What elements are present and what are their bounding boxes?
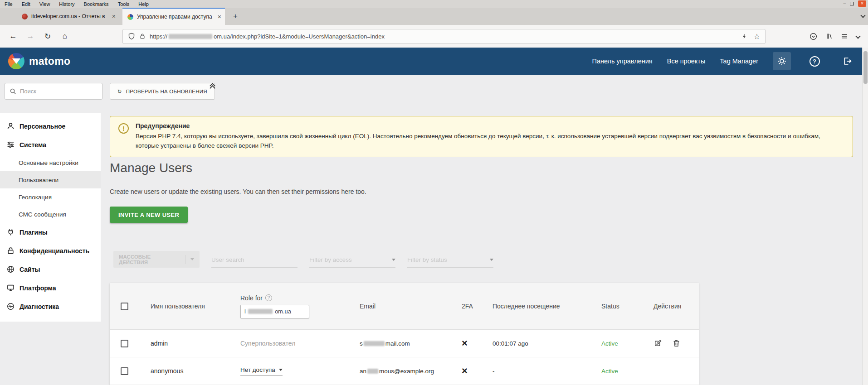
toolbar-overflow-chevron-icon[interactable] [855, 34, 860, 38]
tab-close-icon[interactable]: × [218, 14, 221, 20]
menu-history[interactable]: History [59, 1, 74, 7]
minimize-button[interactable]: – [843, 0, 846, 7]
sidebar-item-system[interactable]: Система [0, 135, 101, 154]
column-header-2fa: 2FA [449, 283, 480, 329]
menu-view[interactable]: View [39, 1, 50, 7]
filter-by-status-select[interactable]: Filter by status [407, 256, 493, 268]
page-scrollbar[interactable] [862, 48, 868, 385]
role-select[interactable]: Нет доступа [240, 366, 283, 375]
close-window-button[interactable]: × [858, 0, 866, 7]
invite-new-user-button[interactable]: INVITE A NEW USER [110, 207, 188, 223]
php-eol-warning: ! Предупреждение Версия PHP 7.4, которую… [110, 116, 853, 157]
menu-tools[interactable]: Tools [118, 1, 130, 7]
brand-name: matomo [29, 55, 70, 67]
column-header-last-seen: Последнее посещение [480, 283, 589, 329]
tracking-shield-icon[interactable] [128, 33, 135, 40]
sidebar-item-websites[interactable]: Сайты [0, 260, 101, 279]
browser-tabbar: itdeveloper.com.ua - Отчеты в × Управлен… [0, 8, 868, 25]
admin-search[interactable] [5, 83, 102, 100]
row-checkbox[interactable] [121, 367, 128, 375]
sidebar-item-geolocation[interactable]: Геолокация [0, 188, 101, 206]
maximize-button[interactable] [850, 2, 854, 5]
tab-users-manager[interactable]: Управление правами доступа × [122, 8, 225, 25]
lock-icon[interactable] [139, 33, 146, 39]
page-subtitle: Create new users or update the existing … [110, 188, 366, 195]
sidebar-item-diagnostics[interactable]: Диагностика [0, 297, 101, 316]
sidebar-item-users[interactable]: Пользователи [0, 171, 101, 188]
filter-by-access-select[interactable]: Filter by access [309, 256, 395, 268]
sidebar-item-label: Персональное [20, 123, 65, 130]
hamburger-menu-icon[interactable] [841, 33, 848, 40]
matomo-logo[interactable]: matomo [8, 53, 70, 69]
last-seen: - [480, 368, 589, 375]
users-table: Имя пользователя Role for ? i om.ua Emai… [110, 283, 699, 385]
globe-icon [7, 265, 15, 273]
delete-user-icon[interactable] [673, 339, 680, 347]
logout-button[interactable] [838, 52, 856, 70]
user-email: s mail.com [347, 340, 449, 347]
last-seen: 00:01:07 ago [480, 340, 589, 347]
save-to-pocket-icon[interactable] [809, 33, 817, 40]
sliders-icon [7, 141, 15, 149]
warning-text: Версия PHP 7.4, которую вы используете, … [136, 132, 844, 151]
sidebar-item-label: Диагностика [20, 303, 59, 310]
menu-help[interactable]: Help [138, 1, 149, 7]
menu-edit[interactable]: Edit [22, 1, 30, 7]
user-search-field[interactable] [211, 256, 297, 268]
search-input[interactable] [20, 88, 98, 95]
row-checkbox[interactable] [121, 340, 128, 347]
reload-button[interactable]: ↻ [41, 29, 54, 43]
nav-tag-manager-link[interactable]: Tag Manager [720, 58, 758, 65]
library-icon[interactable] [825, 33, 833, 40]
user-login: anonymous [138, 367, 228, 375]
sidebar-item-platform[interactable]: Платформа [0, 279, 101, 297]
user-search-input[interactable] [211, 256, 297, 263]
edit-user-icon[interactable] [653, 339, 662, 347]
search-icon [10, 88, 16, 95]
chevron-down-icon [392, 259, 395, 261]
help-button[interactable]: ? [805, 52, 824, 70]
back-button[interactable]: ← [6, 29, 20, 43]
nav-all-sites-link[interactable]: Все проекты [667, 58, 706, 65]
sidebar-item-privacy[interactable]: Конфиденциальность [0, 241, 101, 260]
tab-itdeveloper-reports[interactable]: itdeveloper.com.ua - Отчеты в × [17, 8, 119, 25]
select-all-checkbox[interactable] [121, 303, 128, 310]
new-tab-button[interactable]: + [228, 8, 243, 25]
forward-button[interactable]: → [24, 29, 37, 43]
2fa-disabled-icon: × [462, 366, 468, 376]
column-header-name: Имя пользователя [138, 283, 228, 329]
padlock-icon [7, 247, 15, 255]
bookmark-star-icon[interactable]: ☆ [754, 32, 760, 41]
refresh-icon: ↻ [117, 88, 122, 95]
sidebar-item-personal[interactable]: Персональное [0, 117, 101, 135]
nav-dashboard-link[interactable]: Панель управления [592, 58, 653, 65]
home-button[interactable]: ⌂ [58, 29, 72, 43]
sidebar-item-label: Геолокация [19, 194, 52, 201]
user-filters: МАССОВЫЕ ДЕЙСТВИЯ Filter by access Filte… [113, 251, 493, 268]
sidebar-item-label: СМС сообщения [19, 211, 66, 218]
url-bar[interactable]: https:// om.ua/index.php?idSite=1&module… [122, 29, 766, 44]
column-header-actions: Действия [641, 283, 699, 329]
role-site-selector[interactable]: i om.ua [240, 305, 309, 318]
help-icon: ? [809, 56, 820, 67]
collapse-menu-button[interactable] [210, 86, 215, 90]
sidebar-item-plugins[interactable]: Плагины [0, 223, 101, 241]
scrollbar-thumb[interactable] [863, 51, 868, 84]
admin-gear-button[interactable] [773, 52, 791, 70]
help-tooltip-icon[interactable]: ? [265, 294, 272, 301]
menu-bookmarks[interactable]: Bookmarks [84, 1, 109, 7]
tab-close-icon[interactable]: × [112, 13, 116, 19]
sidebar-item-label: Платформа [20, 284, 56, 292]
warning-icon: ! [118, 123, 129, 134]
sidebar-item-sms[interactable]: СМС сообщения [0, 206, 101, 223]
sidebar-item-general-settings[interactable]: Основные настройки [0, 154, 101, 171]
page-actions-bolt-icon[interactable] [741, 33, 747, 40]
menu-file[interactable]: File [5, 1, 13, 7]
bulk-actions-button[interactable]: МАССОВЫЕ ДЕЙСТВИЯ [113, 251, 200, 268]
list-all-tabs-icon[interactable] [860, 13, 865, 18]
sidebar-item-label: Плагины [20, 229, 48, 236]
check-updates-button[interactable]: ↻ ПРОВЕРИТЬ НА ОБНОВЛЕНИЯ [110, 83, 215, 100]
chevron-down-icon [279, 369, 283, 371]
url-text: https:// om.ua/index.php?idSite=1&module… [150, 33, 737, 40]
table-header-row: Имя пользователя Role for ? i om.ua Emai… [110, 283, 699, 330]
